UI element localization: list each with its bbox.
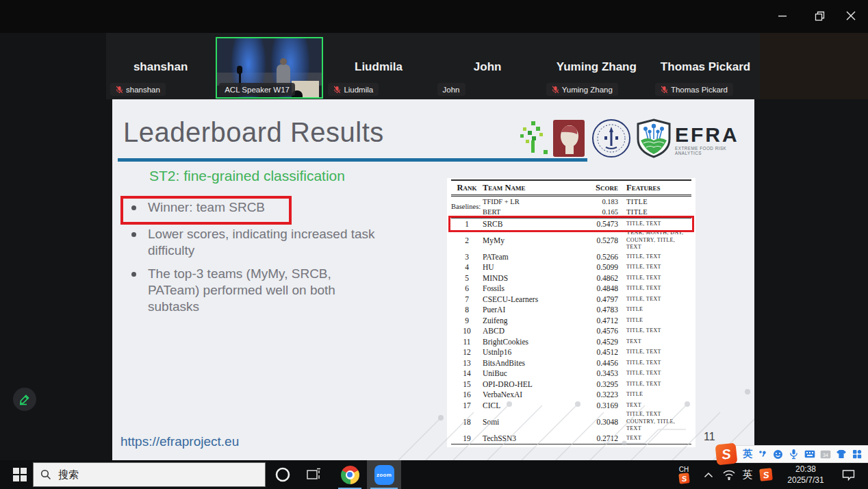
chrome-taskbar-button[interactable] <box>337 460 363 489</box>
participant-tile[interactable]: shanshan shanshan <box>106 33 215 99</box>
cortana-button[interactable] <box>271 460 294 489</box>
notification-center-button[interactable] <box>837 460 860 489</box>
task-view-icon <box>307 468 322 481</box>
table-row: 9Zuifeng0.4712TITLE <box>451 315 691 326</box>
table-row: 14UniBuc0.3453TITLE, TEXT <box>451 368 691 379</box>
filmstrip: shanshan shanshan ACL Speaker W17 <box>106 33 760 99</box>
bullet-lower-scores: Lower scores, indicating increased task … <box>129 226 383 259</box>
participant-label: John <box>443 86 460 94</box>
tray-ime-lang[interactable]: 英 <box>739 460 756 489</box>
chrome-icon <box>341 466 359 484</box>
circuit-watermark <box>398 378 754 460</box>
speaker-silhouette <box>277 64 290 85</box>
col-features: Features <box>618 180 691 196</box>
col-rank: Rank <box>451 180 483 196</box>
virtual-keyboard-icon[interactable] <box>804 448 815 460</box>
minimize-button[interactable] <box>772 5 793 26</box>
muted-mic-icon <box>116 86 123 94</box>
restore-button[interactable] <box>809 5 830 26</box>
participant-label-pill: John <box>437 83 465 96</box>
ime-english-mode[interactable]: 英 <box>743 448 752 460</box>
participant-tile[interactable]: John John <box>433 33 542 99</box>
cortana-icon <box>275 466 291 483</box>
participant-label: Yuming Zhang <box>562 86 613 94</box>
voice-input-icon[interactable] <box>788 448 800 460</box>
tray-sogou-button[interactable]: S <box>757 460 775 489</box>
taskbar: 搜索 zoom CH S 英 S 20:38 2025/7/31 <box>0 460 868 489</box>
baseline-row: BERT0.165TITLE <box>451 208 691 218</box>
muted-mic-icon <box>552 86 559 94</box>
task-view-button[interactable] <box>303 460 326 489</box>
efra-name: EFRA <box>675 124 746 146</box>
bullet-winner: Winner: team SRCB <box>129 199 383 216</box>
table-row: 7CSECU-Learners0.4797TITLE, TEXT <box>451 294 691 305</box>
table-row: 13BitsAndBites0.4456TITLE, TEXT <box>451 358 691 368</box>
participant-name: Yuming Zhang <box>542 60 651 74</box>
sogou-panel: 英 34 <box>734 445 868 463</box>
pixel-tree-logo <box>518 121 549 155</box>
slide-page-number: 11 <box>704 431 715 443</box>
pencil-icon <box>18 393 31 405</box>
tray-overflow-button[interactable] <box>701 460 716 489</box>
handwriting-icon[interactable]: 34 <box>819 448 831 460</box>
search-placeholder: 搜索 <box>58 468 79 481</box>
toolbox-icon[interactable] <box>851 448 863 460</box>
table-row: 4HU0.5099TITLE, TEXT <box>451 262 691 273</box>
skin-icon[interactable] <box>835 448 847 460</box>
slide-title: Leaderboard Results <box>123 117 384 148</box>
tray-ime-ch[interactable]: CH S <box>675 460 693 489</box>
logo-row: EFRA EXTREME FOOD RISK ANALYTICS <box>516 117 746 160</box>
efra-tagline: EXTREME FOOD RISK ANALYTICS <box>675 146 746 155</box>
efra-wordmark: EFRA EXTREME FOOD RISK ANALYTICS <box>675 124 746 155</box>
muted-mic-icon <box>661 86 668 94</box>
muted-mic-icon <box>333 86 341 94</box>
tray-clock[interactable]: 20:38 2025/7/31 <box>779 460 832 489</box>
annotate-button[interactable] <box>13 388 36 411</box>
sogou-ime-toolbar: 英 34 S <box>716 444 868 464</box>
participant-label: Liudmila <box>344 86 373 94</box>
participant-label-pill: Yuming Zhang <box>546 83 618 96</box>
participant-name: shanshan <box>106 60 215 74</box>
punctuation-icon[interactable] <box>756 448 768 460</box>
windows-logo-icon <box>13 468 27 481</box>
participant-name: Liudmila <box>324 60 433 74</box>
ime-ch-badge: CH <box>679 466 689 473</box>
participant-label-pill: Liudmila <box>328 83 379 96</box>
table-row: 10ABCD0.4576TITLE, TEXT <box>451 326 691 337</box>
tray-date: 2025/7/31 <box>787 475 824 486</box>
participant-label: ACL Speaker W17 <box>225 86 290 94</box>
search-icon <box>40 469 51 480</box>
zoom-taskbar-button[interactable]: zoom <box>367 460 401 489</box>
baseline-row: Baselines:TFIDF + LR0.183TITLE <box>451 196 691 208</box>
participant-tile[interactable]: ACL Speaker W17 <box>215 33 324 99</box>
bullet-list: Winner: team SRCB Lower scores, indicati… <box>129 199 383 322</box>
participant-label-pill: Thomas Pickard <box>655 83 733 96</box>
participant-label: shanshan <box>126 86 160 94</box>
participant-tile[interactable]: Thomas Pickard Thomas Pickard <box>651 33 760 99</box>
filmstrip-gap <box>760 33 868 99</box>
participant-name: John <box>433 60 542 74</box>
chevron-up-icon <box>704 472 713 478</box>
svg-text:34: 34 <box>823 452 828 457</box>
shared-slide: Leaderboard Results <box>112 99 754 460</box>
taskbar-search[interactable]: 搜索 <box>33 462 266 487</box>
participant-tile[interactable]: Yuming Zhang Yuming Zhang <box>542 33 651 99</box>
sogou-icon: S <box>759 468 773 481</box>
slide-url: https://efraproject.eu <box>120 434 239 449</box>
sogou-logo[interactable]: S <box>715 443 738 466</box>
participant-name: Thomas Pickard <box>651 60 760 74</box>
stockholm-university-seal <box>591 117 632 160</box>
wifi-icon <box>722 469 736 480</box>
table-row: 12Ustnlp160.4512TITLE, TEXT <box>451 347 691 358</box>
col-score: Score <box>580 180 618 196</box>
table-header-row: Rank Team Name Score Features <box>451 180 691 196</box>
statue-logo <box>553 120 585 157</box>
emoji-icon[interactable] <box>772 448 784 460</box>
participant-label: Thomas Pickard <box>671 86 728 94</box>
tray-time: 20:38 <box>795 464 816 475</box>
participant-tile[interactable]: Liudmila Liudmila <box>324 33 433 99</box>
participant-label-pill: shanshan <box>110 83 166 96</box>
bullet-top3: The top-3 teams (MyMy, SRCB, PATeam) per… <box>129 266 383 315</box>
start-button[interactable] <box>7 460 33 489</box>
close-icon[interactable] <box>841 5 861 26</box>
